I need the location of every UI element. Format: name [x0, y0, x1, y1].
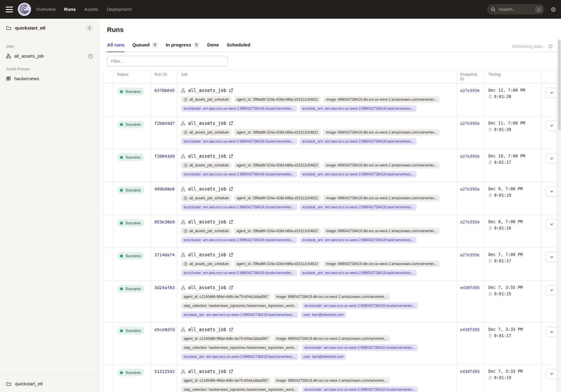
nav-item-overview[interactable]: Overview — [36, 7, 56, 12]
row-expand-button[interactable] — [546, 153, 558, 164]
sidebar-item-all-assets-job[interactable]: all_assets_job — [6, 52, 93, 60]
run-tag[interactable]: step_selection: hackernews_topstories,ha… — [181, 302, 299, 309]
run-tag[interactable]: ecs/task_arn: arn:aws:ecs:us-west-2:6960… — [181, 353, 298, 360]
scrollbar-thumb[interactable] — [558, 40, 561, 130]
run-tag[interactable]: ecs/task_arn: arn:aws:ecs:us-west-2:6960… — [181, 311, 298, 318]
row-expand-button[interactable] — [546, 327, 558, 337]
run-id-link[interactable]: 3714da74 — [154, 252, 175, 257]
run-tag[interactable]: image: 696042738419.dkr.ecr.us-west-2.am… — [273, 377, 390, 384]
external-link-icon[interactable] — [229, 220, 233, 224]
row-expand-button[interactable] — [546, 252, 558, 262]
tab-done[interactable]: Done — [207, 40, 219, 52]
run-tag[interactable]: ecs/cluster: arn:aws:ecs:us-west-2:69604… — [181, 237, 297, 243]
row-expand-button[interactable] — [546, 88, 558, 98]
run-id-link[interactable]: 499b98e6 — [154, 187, 175, 191]
run-tag[interactable]: ecs/cluster: arn:aws:ecs:us-west-2:69604… — [181, 138, 297, 145]
sidebar-footer-repo[interactable]: quickstart_etl — [0, 375, 99, 392]
tab-queued[interactable]: Queued0 — [132, 40, 158, 52]
sidebar-item-hackernews[interactable]: hackernews — [6, 75, 93, 83]
run-tag[interactable]: ecs/task_arn: arn:aws:ecs:us-west-2:6960… — [300, 204, 417, 210]
external-link-icon[interactable] — [229, 154, 233, 158]
run-tag[interactable]: agent_id: 29fbafbf-324a-428d-b66a-d15112… — [234, 228, 321, 234]
run-tag[interactable]: ecs/cluster: arn:aws:ecs:us-west-2:69604… — [302, 386, 418, 392]
run-tag[interactable]: all_assets_job_schedule — [181, 261, 232, 267]
external-link-icon[interactable] — [229, 88, 233, 93]
external-link-icon[interactable] — [229, 286, 233, 290]
run-id-link[interactable]: 3d24af83 — [154, 285, 175, 290]
run-tag[interactable]: step_selection: hackernews_topstories,ha… — [181, 344, 299, 351]
run-id-link[interactable]: f20843d9 — [154, 154, 175, 159]
run-tag[interactable]: all_assets_job_schedule — [181, 129, 232, 136]
tab-scheduled[interactable]: Scheduled — [227, 40, 250, 52]
nav-item-assets[interactable]: Assets — [84, 7, 98, 12]
nav-item-runs[interactable]: Runs — [64, 7, 76, 12]
run-tag[interactable]: ecs/cluster: arn:aws:ecs:us-west-2:69604… — [181, 171, 297, 178]
snapshot-id-link[interactable]: a27e393e — [460, 121, 480, 126]
row-expand-button[interactable] — [546, 186, 558, 197]
run-tag[interactable]: image: 696042738419.dkr.ecr.us-west-2.am… — [273, 293, 390, 300]
menu-icon[interactable] — [4, 4, 14, 14]
schedule-clock-icon[interactable] — [88, 54, 93, 59]
dagster-logo-icon[interactable] — [17, 2, 31, 16]
run-tag[interactable]: image: 696042738419.dkr.ecr.us-west-2.am… — [323, 228, 440, 234]
tab-all-runs[interactable]: All runs — [107, 40, 124, 52]
repo-location-row[interactable]: quickstart_etl 2 — [0, 19, 99, 37]
row-expand-button[interactable] — [546, 285, 558, 295]
run-id-link[interactable]: e5ce8dfd — [154, 327, 175, 332]
run-tag[interactable]: ecs/task_arn: arn:aws:ecs:us-west-2:6960… — [300, 105, 417, 112]
external-link-icon[interactable] — [229, 253, 233, 257]
run-tag[interactable]: agent_id: 29fbafbf-324a-428d-b66a-d15112… — [234, 162, 321, 169]
gear-icon[interactable]: ⚙ — [550, 6, 556, 13]
vertical-scrollbar[interactable] — [557, 37, 561, 392]
job-name[interactable]: all_assets_job — [188, 121, 226, 126]
refresh-icon[interactable] — [548, 44, 553, 49]
job-name[interactable]: all_assets_job — [188, 153, 226, 159]
run-tag[interactable]: ecs/cluster: arn:aws:ecs:us-west-2:69604… — [181, 204, 297, 210]
job-name[interactable]: all_assets_job — [188, 327, 226, 332]
snapshot-id-link[interactable]: e430fd95 — [460, 369, 480, 374]
run-tag[interactable]: all_assets_job_schedule — [181, 195, 232, 201]
run-tag[interactable]: ecs/task_arn: arn:aws:ecs:us-west-2:6960… — [300, 138, 417, 145]
run-id-link[interactable]: 053e38e9 — [154, 220, 175, 224]
run-tag[interactable]: agent_id: 29fbafbf-324a-428d-b66a-d15112… — [234, 195, 321, 201]
run-tag[interactable]: agent_id: c2140d66-96bd-4d6c-be75-b04a1d… — [181, 293, 271, 300]
snapshot-id-link[interactable]: a27e393e — [460, 187, 480, 191]
run-tag[interactable]: image: 696042738419.dkr.ecr.us-west-2.am… — [323, 129, 440, 136]
row-expand-button[interactable] — [546, 219, 558, 229]
tab-in-progress[interactable]: In progress0 — [166, 40, 200, 52]
run-tag[interactable]: image: 696042738419.dkr.ecr.us-west-2.am… — [323, 195, 440, 201]
row-expand-button[interactable] — [546, 121, 558, 131]
run-tag[interactable]: ecs/cluster: arn:aws:ecs:us-west-2:69604… — [181, 270, 297, 276]
external-link-icon[interactable] — [229, 187, 233, 191]
run-tag[interactable]: user: ben@elementl.com — [301, 311, 346, 318]
snapshot-id-link[interactable]: e430fd95 — [460, 285, 480, 290]
run-tag[interactable]: ecs/cluster: arn:aws:ecs:us-west-2:69604… — [302, 302, 418, 309]
run-tag[interactable]: agent_id: 29fbafbf-324a-428d-b66a-d15112… — [234, 129, 321, 136]
run-tag[interactable]: image: 696042738419.dkr.ecr.us-west-2.am… — [323, 162, 440, 169]
run-tag[interactable]: image: 696042738419.dkr.ecr.us-west-2.am… — [323, 96, 440, 103]
nav-item-deployment[interactable]: Deployment — [107, 7, 132, 12]
snapshot-id-link[interactable]: a27e393e — [460, 88, 480, 93]
external-link-icon[interactable] — [229, 327, 233, 332]
run-tag[interactable]: ecs/task_arn: arn:aws:ecs:us-west-2:6960… — [300, 171, 417, 178]
run-tag[interactable]: all_assets_job_schedule — [181, 228, 232, 234]
run-tag[interactable]: ecs/cluster: arn:aws:ecs:us-west-2:69604… — [181, 105, 297, 112]
run-tag[interactable]: agent_id: 29fbafbf-324a-428d-b66a-d15112… — [234, 261, 321, 267]
row-expand-button[interactable] — [546, 369, 558, 379]
job-name[interactable]: all_assets_job — [188, 252, 226, 258]
run-id-link[interactable]: f2b8e9d7 — [154, 121, 175, 126]
filter-input[interactable] — [107, 56, 228, 67]
job-name[interactable]: all_assets_job — [188, 186, 226, 192]
run-tag[interactable]: ecs/cluster: arn:aws:ecs:us-west-2:69604… — [302, 344, 418, 351]
job-name[interactable]: all_assets_job — [188, 88, 226, 93]
external-link-icon[interactable] — [229, 121, 233, 125]
external-link-icon[interactable] — [229, 369, 233, 374]
job-name[interactable]: all_assets_job — [188, 369, 226, 374]
run-tag[interactable]: user: ben@elementl.com — [301, 353, 346, 360]
run-tag[interactable]: all_assets_job_schedule — [181, 96, 232, 103]
run-tag[interactable]: agent_id: 29fbafbf-324a-428d-b66a-d15112… — [234, 96, 321, 103]
snapshot-id-link[interactable]: a27e393e — [460, 252, 480, 257]
run-id-link[interactable]: 8370b645 — [154, 88, 175, 93]
run-id-link[interactable]: 51222542 — [154, 369, 175, 374]
run-tag[interactable]: agent_id: c2140d66-96bd-4d6c-be75-b04a1d… — [181, 335, 271, 342]
